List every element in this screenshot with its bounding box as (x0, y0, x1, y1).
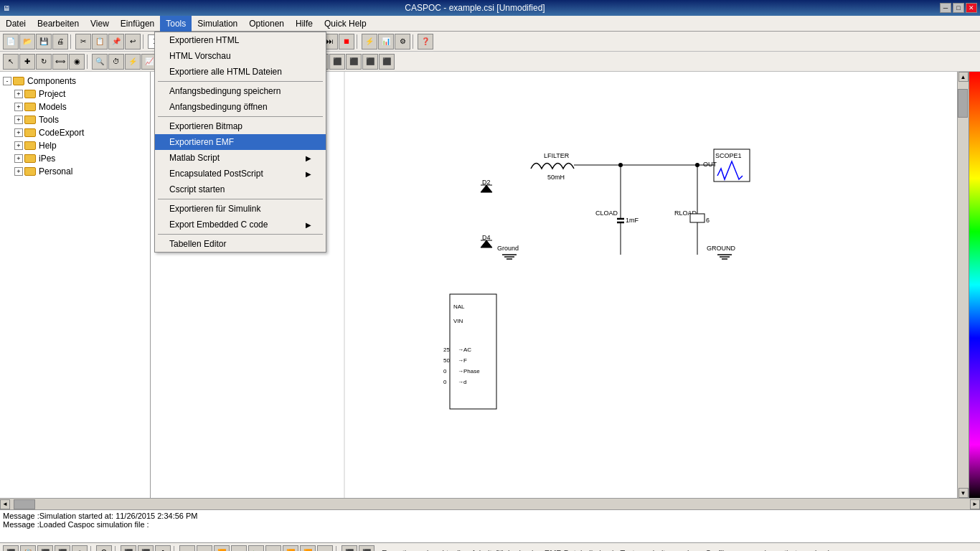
scroll-track[interactable] (958, 82, 969, 488)
bottom-btn-5[interactable]: ⊕ (72, 545, 88, 552)
scroll-left-btn[interactable]: ◄ (0, 499, 10, 509)
scroll-right-btn[interactable]: ► (970, 499, 980, 509)
rewind-btn[interactable]: ⏪ (214, 545, 230, 552)
comp10-btn[interactable]: ⬛ (346, 54, 362, 70)
menu-view[interactable]: View (85, 16, 115, 32)
maximize-button[interactable]: □ (953, 3, 964, 13)
svg-text:Ground: Ground (497, 245, 519, 252)
skip-start-btn[interactable]: ⏮ (197, 545, 212, 552)
bottom-btn-3[interactable]: ⬛ (37, 545, 53, 552)
record-btn[interactable]: ● (179, 545, 195, 552)
scroll-down-btn[interactable]: ▼ (958, 488, 969, 498)
comp9-btn[interactable]: ⬛ (329, 54, 345, 70)
horizontal-scrollbar[interactable]: ◄ ► (0, 498, 980, 509)
bottom-btn-8[interactable]: ⬛ (138, 545, 154, 552)
zoom-out-btn[interactable]: ⏱ (108, 54, 124, 70)
minimize-button[interactable]: ─ (940, 3, 951, 13)
menu-matlab-script[interactable]: Matlab Script ▶ (155, 150, 326, 166)
menu-export-bitmap[interactable]: Exportieren Bitmap (155, 118, 326, 134)
menu-export-all-html[interactable]: Exportiere alle HTML Dateien (155, 64, 326, 80)
menu-save-initial[interactable]: Anfangsbedingung speichern (155, 83, 326, 99)
wire-btn[interactable]: ✚ (19, 54, 35, 70)
bottom-btn-2[interactable]: 📋 (20, 545, 36, 552)
sidebar-item-help[interactable]: + Help (0, 139, 150, 152)
flip-btn[interactable]: ⟺ (52, 54, 68, 70)
new-btn[interactable]: 📄 (3, 34, 19, 50)
bottom-btn-11[interactable]: ⬛ (359, 545, 374, 552)
save-btn[interactable]: 💾 (36, 34, 52, 50)
menu-datei[interactable]: Datei (0, 16, 32, 32)
expand-personal[interactable]: + (14, 167, 23, 176)
menu-tools[interactable]: Tools (160, 16, 192, 32)
menu-encapsulated-ps[interactable]: Encapsulated PostScript ▶ (155, 166, 326, 182)
folder-icon-ipes (24, 154, 36, 163)
expand-tools[interactable]: + (14, 116, 23, 124)
select-btn[interactable]: ↖ (3, 54, 19, 70)
rotate-btn[interactable]: ↻ (36, 54, 52, 70)
play-btn[interactable]: ▶ (248, 545, 264, 552)
comp12-btn[interactable]: ⬛ (379, 54, 395, 70)
sidebar-item-codeexport[interactable]: + CodeExport (0, 126, 150, 139)
expand-models[interactable]: + (14, 103, 23, 111)
open-btn[interactable]: 📂 (19, 34, 35, 50)
expand-ipes[interactable]: + (14, 154, 23, 163)
zoom-in-btn[interactable]: 🔍 (92, 54, 108, 70)
menu-export-simulink[interactable]: Exportieren für Simulink (155, 201, 326, 217)
settings-btn[interactable]: ⚙ (395, 34, 410, 50)
skip-end-btn[interactable]: ⏭ (317, 545, 333, 552)
scroll-thumb[interactable] (958, 89, 968, 118)
close-button[interactable]: ✕ (966, 3, 977, 13)
menu-tabellen-editor[interactable]: Tabellen Editor (155, 236, 326, 252)
h-scroll-thumb[interactable] (14, 499, 35, 509)
undo-btn[interactable]: ↩ (125, 34, 141, 50)
menu-quickhelp[interactable]: Quick Help (319, 16, 372, 32)
expand-project[interactable]: + (14, 90, 23, 98)
stop-btn[interactable]: ⏹ (339, 34, 354, 50)
sidebar-item-personal[interactable]: + Personal (0, 165, 150, 178)
h-scroll-track[interactable] (10, 499, 970, 509)
menu-optionen[interactable]: Optionen (243, 16, 290, 32)
menu-open-initial[interactable]: Anfangsbedingung öffnen (155, 99, 326, 115)
print-btn[interactable]: 🖨 (52, 34, 68, 50)
expand-components[interactable]: - (3, 77, 11, 85)
menu-export-embedded-c[interactable]: Export Embedded C code ▶ (155, 217, 326, 232)
expand-help[interactable]: + (14, 141, 23, 150)
connect-btn[interactable]: ◉ (69, 54, 85, 70)
expand-codeexport[interactable]: + (14, 128, 23, 137)
sidebar-item-project[interactable]: + Project (0, 88, 150, 100)
sidebar-item-models[interactable]: + Models (0, 100, 150, 113)
sidebar-item-ipes[interactable]: + iPes (0, 152, 150, 165)
menu-cscript[interactable]: Cscript starten (155, 182, 326, 197)
menu-simulation[interactable]: Simulation (192, 16, 243, 32)
copy-btn[interactable]: 📋 (92, 34, 108, 50)
menu-bearbeiten[interactable]: Bearbeiten (32, 16, 85, 32)
bottom-btn-4[interactable]: ⬛ (55, 545, 70, 552)
bottom-btn-10[interactable]: ⬛ (341, 545, 357, 552)
simulate2-btn[interactable]: 📊 (378, 34, 394, 50)
bottom-btn-9[interactable]: ✿ (155, 545, 171, 552)
bottom-btn-6[interactable]: G (96, 545, 112, 552)
menu-hilfe[interactable]: Hilfe (290, 16, 319, 32)
cut-btn[interactable]: ✂ (75, 34, 91, 50)
vertical-scrollbar[interactable]: ▲ ▼ (957, 72, 969, 498)
prev-btn[interactable]: ◄ (231, 545, 247, 552)
bottom-btn-1[interactable]: ⬛ (3, 545, 19, 552)
menu-export-html[interactable]: Exportieren HTML (155, 32, 326, 48)
clock-btn[interactable]: ⚡ (125, 54, 141, 70)
ff2-btn[interactable]: ⏩ (300, 545, 316, 552)
next-btn[interactable]: ► (265, 545, 281, 552)
folder-icon-codeexport (24, 128, 36, 137)
bottom-btn-7[interactable]: ⬛ (121, 545, 136, 552)
help-btn[interactable]: ❓ (418, 34, 433, 50)
menu-html-preview[interactable]: HTML Vorschau (155, 48, 326, 64)
svg-text:25: 25 (443, 347, 450, 353)
menu-einfuegen[interactable]: Einfügen (115, 16, 160, 32)
scroll-up-btn[interactable]: ▲ (958, 72, 969, 82)
sidebar-item-tools[interactable]: + Tools (0, 113, 150, 126)
paste-btn[interactable]: 📌 (108, 34, 124, 50)
comp11-btn[interactable]: ⬛ (362, 54, 378, 70)
simulate-btn[interactable]: ⚡ (362, 34, 377, 50)
sidebar-item-components[interactable]: - Components (0, 75, 150, 88)
ff-btn[interactable]: ⏩ (283, 545, 298, 552)
menu-export-emf[interactable]: Exportieren EMF (155, 134, 326, 150)
